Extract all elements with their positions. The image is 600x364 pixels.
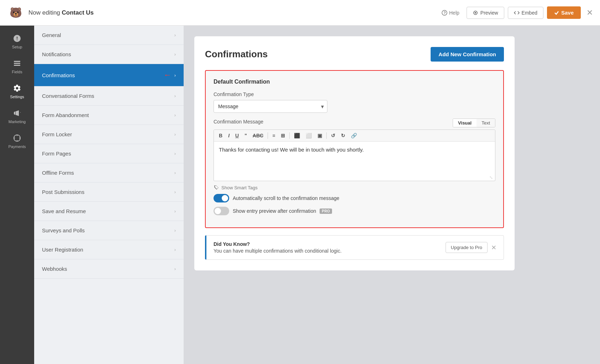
embed-button[interactable]: Embed: [508, 7, 543, 19]
toolbar-unordered-list[interactable]: ≡: [270, 132, 277, 139]
nav-item-form-pages[interactable]: Form Pages ›: [34, 144, 184, 163]
toolbar-undo[interactable]: ↺: [329, 132, 337, 139]
nav-sidebar: General › Notifications › Confirmations …: [34, 26, 184, 364]
add-new-confirmation-button[interactable]: Add New Confirmation: [431, 47, 504, 62]
dyk-actions: Upgrade to Pro ✕: [446, 242, 496, 253]
icon-sidebar: Setup Fields Settings Marketing Payments: [0, 26, 34, 364]
toolbar-bold[interactable]: B: [217, 132, 225, 139]
dyk-text-block: Did You Know? You can have multiple conf…: [214, 241, 342, 254]
toolbar-align-right[interactable]: ▣: [315, 132, 324, 139]
smart-tags-label: Show Smart Tags: [221, 185, 258, 190]
editor-content: Thanks for contacting us! We will be in …: [219, 147, 364, 153]
red-arrow-icon: ←: [164, 70, 172, 80]
nav-arrow-webhooks: ›: [174, 266, 176, 271]
nav-item-confirmations[interactable]: Confirmations ← ›: [34, 64, 184, 86]
confirmation-card-title: Default Confirmation: [214, 79, 495, 85]
help-button[interactable]: ? Help: [438, 8, 463, 18]
confirmation-type-select[interactable]: Message Page Redirect: [214, 100, 327, 113]
entry-preview-label: Show entry preview after confirmation: [233, 208, 316, 214]
nav-arrow-form-abandonment: ›: [174, 112, 176, 118]
entry-preview-toggle[interactable]: [214, 207, 229, 215]
nav-arrow-post-submissions: ›: [174, 189, 176, 195]
nav-arrow-surveys-and-polls: ›: [174, 228, 176, 233]
toolbar-sep-2: [289, 132, 290, 139]
nav-arrow-offline-forms: ›: [174, 170, 176, 175]
nav-item-general[interactable]: General ›: [34, 26, 184, 45]
top-header: 🐻 Now editing Contact Us ? Help Preview: [0, 0, 600, 26]
nav-item-post-submissions[interactable]: Post Submissions ›: [34, 183, 184, 202]
dyk-body: You can have multiple confirmations with…: [214, 248, 342, 254]
save-button[interactable]: Save: [547, 6, 581, 19]
content-header: Confirmations Add New Confirmation: [205, 47, 504, 62]
content-panel: Confirmations Add New Confirmation Defau…: [194, 36, 515, 270]
close-button[interactable]: ✕: [586, 8, 593, 17]
nav-arrow-conversational-forms: ›: [174, 93, 176, 99]
nav-item-webhooks[interactable]: Webhooks ›: [34, 259, 184, 279]
entry-preview-toggle-row: Show entry preview after confirmation PR…: [214, 207, 495, 215]
editing-title: Now editing Contact Us: [28, 9, 94, 16]
sidebar-item-setup[interactable]: Setup: [0, 29, 34, 54]
toolbar-strikethrough[interactable]: ABC: [251, 132, 265, 139]
rich-editor: B I U " ABC ≡ ⊞ ⬛ ⬜ ▣ ↺ ↻: [214, 130, 495, 181]
nav-arrow-confirmations: ›: [174, 73, 176, 78]
nav-item-form-locker[interactable]: Form Locker ›: [34, 125, 184, 144]
confirmation-message-label: Confirmation Message: [214, 119, 263, 125]
header-right: ? Help Preview Embed Save ✕: [438, 6, 593, 19]
auto-scroll-toggle[interactable]: [214, 194, 229, 202]
editor-toolbar: B I U " ABC ≡ ⊞ ⬛ ⬜ ▣ ↺ ↻: [214, 130, 495, 142]
toolbar-italic[interactable]: I: [226, 132, 232, 139]
confirmation-type-select-wrap: Message Page Redirect: [214, 100, 495, 113]
sidebar-item-payments[interactable]: Payments: [0, 129, 34, 154]
preview-button[interactable]: Preview: [467, 7, 504, 19]
nav-arrow-user-registration: ›: [174, 247, 176, 252]
editor-body[interactable]: Thanks for contacting us! We will be in …: [214, 142, 495, 181]
svg-point-3: [475, 12, 476, 14]
toolbar-underline[interactable]: U: [233, 132, 241, 139]
main-wrapper: Setup Fields Settings Marketing Payments…: [0, 26, 600, 364]
nav-arrow-form-locker: ›: [174, 132, 176, 137]
visual-tab[interactable]: Visual: [453, 119, 477, 127]
did-you-know-banner: Did You Know? You can have multiple conf…: [205, 235, 504, 260]
confirmation-type-label: Confirmation Type: [214, 91, 495, 97]
dyk-title: Did You Know?: [214, 241, 342, 247]
svg-rect-6: [14, 65, 20, 66]
nav-item-user-registration[interactable]: User Registration ›: [34, 240, 184, 259]
nav-arrow-general: ›: [174, 32, 176, 38]
toolbar-link[interactable]: 🔗: [349, 132, 359, 139]
nav-item-save-and-resume[interactable]: Save and Resume ›: [34, 202, 184, 221]
sidebar-item-marketing[interactable]: Marketing: [0, 104, 34, 129]
svg-rect-5: [14, 63, 20, 64]
nav-item-conversational-forms[interactable]: Conversational Forms ›: [34, 86, 184, 106]
toolbar-align-left[interactable]: ⬛: [292, 132, 302, 139]
nav-item-surveys-and-polls[interactable]: Surveys and Polls ›: [34, 221, 184, 240]
toolbar-align-center[interactable]: ⬜: [304, 132, 314, 139]
upgrade-to-pro-button[interactable]: Upgrade to Pro: [446, 242, 488, 253]
close-banner-button[interactable]: ✕: [491, 244, 496, 252]
nav-item-offline-forms[interactable]: Offline Forms ›: [34, 163, 184, 183]
toolbar-sep-3: [326, 132, 327, 139]
sidebar-item-fields[interactable]: Fields: [0, 54, 34, 79]
editor-resize-handle[interactable]: ⤡: [489, 175, 494, 179]
svg-rect-4: [14, 61, 20, 62]
header-left: 🐻 Now editing Contact Us: [7, 4, 438, 21]
auto-scroll-toggle-row: Automatically scroll to the confirmation…: [214, 194, 495, 202]
nav-arrow-save-and-resume: ›: [174, 209, 176, 214]
toolbar-redo[interactable]: ↻: [339, 132, 347, 139]
auto-scroll-label: Automatically scroll to the confirmation…: [233, 195, 340, 201]
visual-text-tabs: Visual Text: [453, 118, 495, 127]
pro-badge: PRO: [320, 209, 332, 214]
toolbar-quote[interactable]: ": [242, 132, 249, 139]
page-title: Confirmations: [205, 49, 268, 60]
nav-item-notifications[interactable]: Notifications ›: [34, 45, 184, 64]
text-tab[interactable]: Text: [477, 119, 495, 127]
toolbar-sep-1: [268, 132, 268, 139]
default-confirmation-card: Default Confirmation Confirmation Type M…: [205, 70, 504, 228]
confirmation-message-header: Confirmation Message Visual Text: [214, 118, 495, 127]
toolbar-ordered-list[interactable]: ⊞: [279, 132, 287, 139]
nav-item-form-abandonment[interactable]: Form Abandonment ›: [34, 106, 184, 125]
smart-tags-row[interactable]: Show Smart Tags: [214, 185, 495, 190]
nav-arrow-form-pages: ›: [174, 151, 176, 156]
content-area: Confirmations Add New Confirmation Defau…: [184, 26, 600, 364]
sidebar-item-settings[interactable]: Settings: [0, 79, 34, 104]
logo-bear: 🐻: [7, 4, 24, 21]
